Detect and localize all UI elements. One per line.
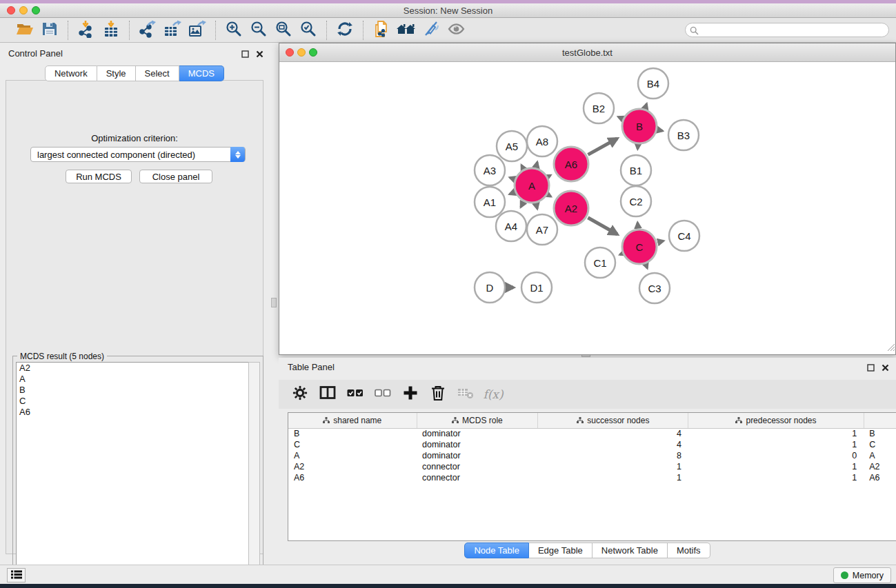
import-table-button[interactable]	[99, 20, 123, 41]
column-header-mcds_role[interactable]: MCDS role	[417, 413, 538, 428]
table-row[interactable]: Adominator80A	[288, 450, 896, 461]
home-layout-button[interactable]	[394, 20, 419, 41]
cell-predecessor_nodes[interactable]: 1	[688, 428, 864, 439]
table-row[interactable]: A6connector11A6	[288, 472, 896, 483]
node-B3[interactable]: B3	[668, 120, 699, 150]
export-table-button[interactable]	[160, 20, 185, 41]
memory-button[interactable]: Memory	[833, 567, 891, 583]
save-session-button[interactable]	[37, 20, 62, 41]
cell-shared_name[interactable]: A2	[288, 461, 417, 472]
float-table-panel-icon[interactable]	[867, 362, 875, 374]
cell-successor_nodes[interactable]: 8	[538, 450, 688, 461]
node-A[interactable]: A	[515, 168, 549, 203]
zoom-out-button[interactable]	[246, 20, 271, 41]
zoom-in-button[interactable]	[221, 20, 246, 41]
node-B1[interactable]: B1	[621, 155, 651, 185]
column-view-button[interactable]	[319, 385, 337, 403]
cell-mcds_role[interactable]: dominator	[417, 450, 538, 461]
cell-shared_name[interactable]: A	[288, 450, 417, 461]
table-row[interactable]: Bdominator41B	[288, 428, 896, 439]
node-A3[interactable]: A3	[475, 155, 505, 185]
result-list-scrollbar[interactable]	[248, 362, 260, 585]
close-table-panel-icon[interactable]	[882, 362, 889, 374]
cell-name[interactable]: C	[864, 439, 896, 450]
node-C2[interactable]: C2	[621, 186, 651, 216]
mcds-result-item[interactable]: B	[17, 385, 249, 396]
column-header-shared_name[interactable]: shared name	[288, 413, 417, 428]
hide-annotations-button[interactable]	[419, 20, 444, 41]
node-B4[interactable]: B4	[638, 68, 668, 99]
window-resize-grip[interactable]	[886, 341, 895, 354]
clone-network-button[interactable]	[369, 20, 394, 41]
cell-successor_nodes[interactable]: 1	[538, 461, 688, 472]
edge-C-C2[interactable]	[637, 223, 638, 227]
edge-C-C4[interactable]	[658, 241, 664, 242]
tab-node-table[interactable]: Node Table	[464, 543, 529, 558]
node-D1[interactable]: D1	[521, 272, 552, 303]
cell-successor_nodes[interactable]: 1	[538, 472, 688, 483]
tab-motifs[interactable]: Motifs	[668, 543, 710, 558]
node-A2[interactable]: A2	[554, 191, 588, 225]
node-C1[interactable]: C1	[585, 247, 615, 278]
mcds-result-item[interactable]: A6	[17, 407, 249, 418]
column-header-successor_nodes[interactable]: successor nodes	[538, 413, 688, 428]
network-canvas[interactable]: B4B2BB3A8A5A6A3B1AC2A1A2A4A7C4CC1C3DD1	[279, 62, 895, 354]
refresh-button[interactable]	[332, 20, 357, 41]
table-row[interactable]: Cdominator41C	[288, 439, 896, 450]
edge-A2-C[interactable]	[588, 218, 617, 234]
edge-B-B3[interactable]	[658, 130, 662, 131]
edge-A-A5[interactable]	[521, 165, 523, 168]
node-A1[interactable]: A1	[475, 187, 505, 217]
cell-mcds_role[interactable]: connector	[417, 472, 538, 483]
node-A7[interactable]: A7	[527, 214, 557, 245]
cell-name[interactable]: A2	[864, 461, 896, 472]
close-panel-button[interactable]: Close panel	[139, 170, 212, 183]
mcds-result-item[interactable]: A2	[17, 363, 249, 374]
tab-network[interactable]: Network	[45, 65, 97, 81]
cell-name[interactable]: B	[864, 428, 896, 439]
node-C4[interactable]: C4	[669, 221, 699, 251]
tab-mcds[interactable]: MCDS	[179, 65, 224, 81]
float-panel-icon[interactable]	[241, 48, 249, 61]
edge-A-A6[interactable]	[549, 175, 551, 176]
cell-shared_name[interactable]: A6	[288, 472, 417, 483]
run-mcds-button[interactable]: Run MCDS	[66, 170, 132, 183]
table-row[interactable]: A2connector11A2	[288, 461, 896, 472]
node-B2[interactable]: B2	[584, 93, 614, 123]
edge-B-B4[interactable]	[646, 104, 647, 108]
edge-C-C3[interactable]	[646, 265, 648, 268]
network-window-titlebar[interactable]: testGlobe.txt	[279, 43, 895, 62]
cell-predecessor_nodes[interactable]: 1	[688, 461, 864, 472]
deselect-all-columns-button[interactable]	[374, 385, 392, 403]
cell-name[interactable]: A	[864, 450, 896, 461]
edge-B-B2[interactable]	[618, 117, 621, 119]
node-C[interactable]: C	[622, 230, 657, 264]
edge-C-C1[interactable]	[620, 254, 621, 254]
cell-mcds_role[interactable]: dominator	[417, 439, 538, 450]
node-C3[interactable]: C3	[639, 273, 670, 303]
node-D[interactable]: D	[475, 272, 505, 303]
node-A5[interactable]: A5	[497, 131, 527, 161]
tab-select[interactable]: Select	[136, 65, 179, 81]
tab-style[interactable]: Style	[97, 65, 136, 81]
show-graphics-button[interactable]	[444, 20, 468, 41]
cell-mcds_role[interactable]: dominator	[417, 428, 538, 439]
export-image-button[interactable]	[185, 20, 210, 41]
search-input[interactable]	[685, 23, 889, 37]
cell-successor_nodes[interactable]: 4	[538, 439, 688, 450]
cell-successor_nodes[interactable]: 4	[538, 428, 688, 439]
main-titlebar[interactable]: Session: New Session	[0, 3, 896, 18]
node-B[interactable]: B	[622, 109, 657, 143]
table-settings-button[interactable]	[291, 385, 309, 403]
cell-name[interactable]: A6	[864, 472, 896, 483]
criterion-select[interactable]: largest connected component (directed)	[30, 147, 246, 162]
zoom-selected-button[interactable]	[296, 20, 321, 41]
mcds-result-item[interactable]: A	[17, 374, 249, 385]
mcds-result-item[interactable]: C	[17, 396, 249, 407]
open-file-button[interactable]	[12, 20, 37, 41]
edge-A-A7[interactable]	[536, 204, 537, 209]
close-panel-icon[interactable]	[256, 48, 263, 61]
node-A4[interactable]: A4	[496, 211, 526, 241]
tab-network-table[interactable]: Network Table	[593, 543, 668, 558]
cell-predecessor_nodes[interactable]: 1	[688, 472, 864, 483]
